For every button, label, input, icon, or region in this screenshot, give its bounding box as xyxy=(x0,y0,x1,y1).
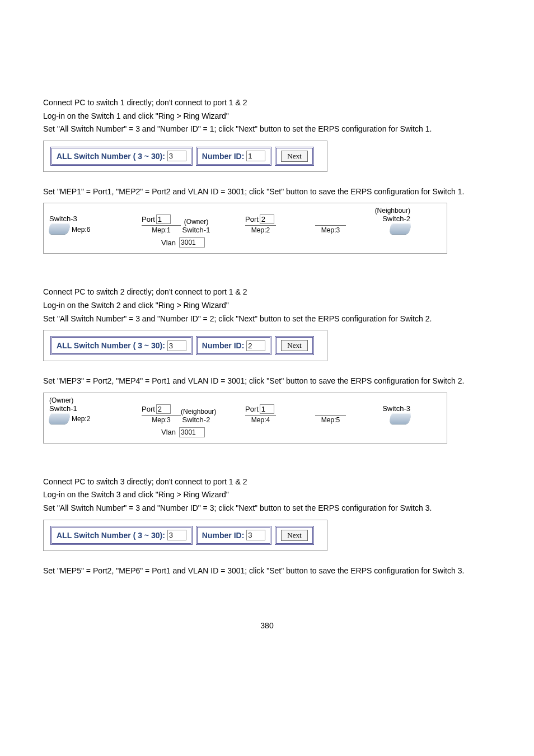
diagram-label: Switch-3 xyxy=(49,214,111,223)
diagram-label: Switch-3 xyxy=(346,404,410,413)
port-input[interactable] xyxy=(156,214,171,224)
instruction-line: Log-in on the Switch 2 and click "Ring >… xyxy=(43,300,491,311)
mep-label: Mep:2 xyxy=(72,414,90,423)
instruction-line: Connect PC to switch 2 directly; don't c… xyxy=(43,287,491,298)
port-label: Port xyxy=(245,215,259,223)
instruction-line: Set "All Switch Number" = 3 and "Number … xyxy=(43,314,491,325)
next-segment: Next xyxy=(275,147,313,166)
next-segment: Next xyxy=(275,526,313,545)
number-id-segment: Number ID: xyxy=(196,526,271,545)
port-label: Port xyxy=(142,215,155,223)
diagram-label: (Neighbour) xyxy=(346,207,410,214)
erps-diagram: Switch-3 Mep:6 Port Mep:1 (Owner) Switch… xyxy=(43,203,447,254)
mep-label: Mep:6 xyxy=(72,225,90,234)
wizard-box: ALL Switch Number ( 3 ~ 30): Number ID: … xyxy=(43,330,327,361)
diagram-label: (Owner) xyxy=(49,396,111,404)
wizard-box: ALL Switch Number ( 3 ~ 30): Number ID: … xyxy=(43,520,327,551)
switch-icon xyxy=(48,413,71,424)
next-button[interactable]: Next xyxy=(281,340,307,351)
number-id-input[interactable] xyxy=(246,530,265,540)
diagram-label: (Owner) xyxy=(181,218,212,226)
all-switch-input[interactable] xyxy=(167,530,186,540)
port-label: Port xyxy=(245,405,259,413)
all-switch-segment: ALL Switch Number ( 3 ~ 30): xyxy=(50,336,193,355)
number-id-label: Number ID: xyxy=(202,531,244,540)
all-switch-input[interactable] xyxy=(167,151,186,161)
port-label: Port xyxy=(142,405,155,413)
vlan-input[interactable] xyxy=(179,237,205,248)
instruction-line: Set "MEP5" = Port2, "MEP6" = Port1 and V… xyxy=(43,566,491,577)
mep-label: Mep:3 xyxy=(315,225,346,234)
diagram-label: (Neighbour) xyxy=(181,408,212,416)
vlan-label: Vlan xyxy=(161,428,176,436)
switch-icon xyxy=(389,223,411,234)
mep-label: Mep:2 xyxy=(245,225,276,234)
mep-label: Mep:1 xyxy=(142,225,181,234)
number-id-segment: Number ID: xyxy=(196,147,271,166)
instruction-line: Log-in on the Switch 1 and click "Ring >… xyxy=(43,111,491,122)
instruction-line: Connect PC to switch 1 directly; don't c… xyxy=(43,97,491,109)
diagram-label: Switch-2 xyxy=(181,416,212,424)
number-id-label: Number ID: xyxy=(202,341,244,350)
vlan-label: Vlan xyxy=(161,239,176,247)
number-id-label: Number ID: xyxy=(202,152,244,161)
all-switch-label: ALL Switch Number ( 3 ~ 30): xyxy=(57,152,165,161)
instruction-line: Set "MEP3" = Port2, "MEP4" = Port1 and V… xyxy=(43,376,491,387)
switch-icon xyxy=(48,223,71,234)
all-switch-segment: ALL Switch Number ( 3 ~ 30): xyxy=(50,526,193,545)
port-input[interactable] xyxy=(260,214,274,224)
mep-label: Mep:3 xyxy=(142,415,181,424)
diagram-label: Switch-1 xyxy=(181,226,212,234)
port-input[interactable] xyxy=(260,404,274,414)
diagram-label: Switch-1 xyxy=(49,404,111,413)
instruction-line: Set "All Switch Number" = 3 and "Number … xyxy=(43,124,491,135)
instruction-line: Set "All Switch Number" = 3 and "Number … xyxy=(43,503,491,514)
number-id-input[interactable] xyxy=(246,151,265,161)
vlan-input[interactable] xyxy=(179,427,205,437)
wizard-box: ALL Switch Number ( 3 ~ 30): Number ID: … xyxy=(43,141,327,172)
instruction-line: Log-in on the Switch 3 and click "Ring >… xyxy=(43,489,491,501)
all-switch-segment: ALL Switch Number ( 3 ~ 30): xyxy=(50,147,193,166)
port-input[interactable] xyxy=(156,404,171,414)
switch-icon xyxy=(389,413,411,424)
next-button[interactable]: Next xyxy=(281,151,307,162)
all-switch-label: ALL Switch Number ( 3 ~ 30): xyxy=(57,341,165,350)
page-number: 380 xyxy=(43,621,491,630)
mep-label: Mep:4 xyxy=(245,415,276,424)
instruction-line: Set "MEP1" = Port1, "MEP2" = Port2 and V… xyxy=(43,186,491,198)
instruction-line: Connect PC to switch 3 directly; don't c… xyxy=(43,477,491,488)
number-id-segment: Number ID: xyxy=(196,336,271,355)
erps-diagram: (Owner) Switch-1 Mep:2 Port Mep:3 (Neigh… xyxy=(43,393,447,444)
mep-label: Mep:5 xyxy=(315,415,346,424)
next-segment: Next xyxy=(275,336,313,355)
diagram-label: Switch-2 xyxy=(346,214,410,223)
next-button[interactable]: Next xyxy=(281,530,307,541)
all-switch-label: ALL Switch Number ( 3 ~ 30): xyxy=(57,531,165,540)
all-switch-input[interactable] xyxy=(167,340,186,351)
number-id-input[interactable] xyxy=(246,340,265,351)
